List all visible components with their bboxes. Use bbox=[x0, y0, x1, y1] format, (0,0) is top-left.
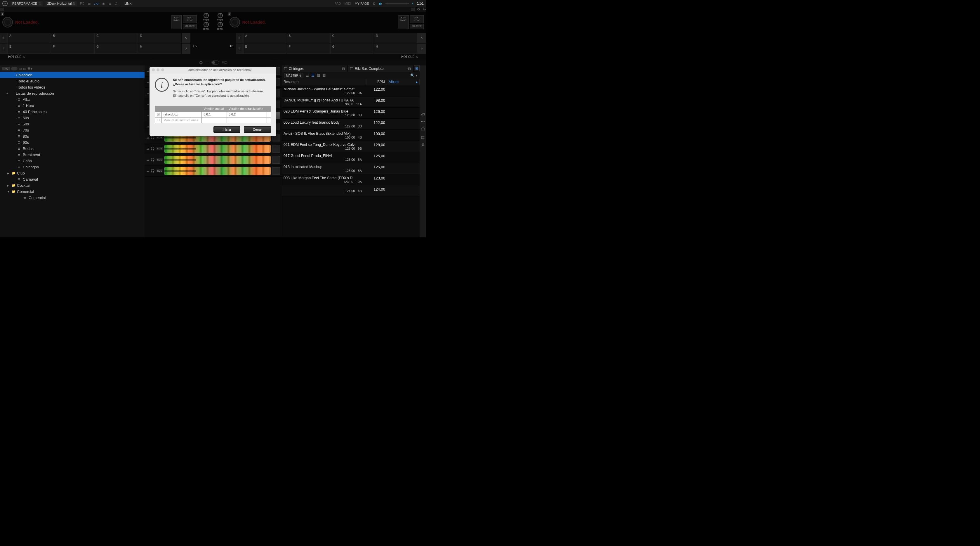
headphone-icon[interactable]: 🎧 bbox=[199, 61, 203, 64]
master-button[interactable]: MASTER bbox=[410, 24, 424, 29]
cloud-icon[interactable]: ◐ bbox=[379, 2, 382, 6]
tree-item[interactable]: ≣Breakbeat bbox=[0, 152, 145, 158]
tree-item[interactable]: ≣90s bbox=[0, 139, 145, 145]
link-button[interactable]: LINK bbox=[124, 2, 131, 5]
hotcue-select[interactable]: HOT CUE⇅ bbox=[8, 55, 25, 59]
track-row[interactable]: 124,004B 124,00 bbox=[282, 185, 420, 196]
pad-nav-icon[interactable]: < bbox=[181, 33, 190, 43]
key-sync-button[interactable]: KEY SYNC bbox=[171, 15, 181, 29]
pad[interactable]: E bbox=[243, 43, 286, 54]
mixer-icon[interactable]: ♪♪♪ bbox=[94, 2, 99, 5]
high-knob[interactable] bbox=[218, 22, 223, 27]
close-dot-icon[interactable] bbox=[152, 69, 155, 71]
headphone-icon[interactable]: 🎧 bbox=[151, 169, 155, 173]
jog-wheel-icon[interactable] bbox=[2, 17, 13, 27]
list-icon[interactable]: ▤ bbox=[421, 135, 425, 139]
pad[interactable]: A bbox=[7, 33, 51, 43]
tree-item[interactable]: ≣Carnaval bbox=[0, 176, 145, 182]
checkbox[interactable] bbox=[157, 118, 160, 122]
sampler-icon[interactable]: ⊞ bbox=[109, 2, 111, 6]
track-row[interactable]: 018 Intoxicated Mashup125,008A 125,00 bbox=[282, 163, 420, 174]
tree-item[interactable]: ≣Chiringos bbox=[0, 164, 145, 170]
master-button[interactable]: MASTER bbox=[183, 24, 197, 29]
record-icon[interactable]: ◉ bbox=[102, 2, 105, 6]
track-row[interactable]: Avicii - SOS ft. Aloe Blacc (Extended Mi… bbox=[282, 130, 420, 141]
pad[interactable]: G bbox=[330, 43, 374, 54]
tag-button[interactable]: TAG bbox=[2, 67, 10, 70]
max-dot-icon[interactable] bbox=[161, 69, 164, 71]
tree-item[interactable]: ≣70s bbox=[0, 127, 145, 133]
pad[interactable]: E bbox=[7, 43, 51, 54]
track-row[interactable]: 020 EDM Perfect Strangers_Jonas Blue126,… bbox=[282, 108, 420, 119]
track-row[interactable]: DANCE MONKEY || @Tones And I || KARA98,0… bbox=[282, 96, 420, 108]
tree-item[interactable]: ≣Comercial bbox=[0, 195, 145, 201]
pad-nav-icon[interactable]: < bbox=[417, 33, 426, 43]
grid-view-icon[interactable]: ⊞ bbox=[414, 65, 420, 71]
col-bpm[interactable]: BPM bbox=[366, 79, 387, 85]
grip-icon[interactable]: ⠿ bbox=[0, 43, 7, 54]
tab-menu-icon[interactable]: ⊟ bbox=[408, 67, 411, 71]
checkbox[interactable] bbox=[157, 113, 160, 116]
grip-icon[interactable]: ⠿ bbox=[236, 33, 243, 43]
waveform[interactable] bbox=[164, 145, 271, 153]
pad-nav-icon[interactable]: > bbox=[417, 43, 426, 54]
tree-item[interactable]: ≣60s bbox=[0, 121, 145, 127]
tree-item[interactable]: ▼Listas de reproducción bbox=[0, 90, 145, 96]
grip-icon[interactable]: ⠿ bbox=[236, 43, 243, 54]
list-icon[interactable]: ▭ bbox=[19, 67, 22, 71]
tree-item[interactable]: Todos los vídeos bbox=[0, 84, 145, 90]
pad[interactable]: A bbox=[243, 33, 286, 43]
tab-menu-icon[interactable]: ⊟ bbox=[342, 67, 345, 71]
tree-item[interactable]: ▼📁Comercial bbox=[0, 188, 145, 195]
tree-item[interactable]: ≣50s bbox=[0, 115, 145, 121]
tree-item[interactable]: ▶📁Cocktail bbox=[0, 182, 145, 188]
midi-label[interactable]: MIDI bbox=[344, 2, 351, 5]
pad[interactable]: B bbox=[287, 33, 330, 43]
close-button[interactable]: Cerrar bbox=[244, 126, 271, 133]
headphone-icon[interactable]: 🎧 bbox=[151, 147, 155, 150]
track-row[interactable]: 021 EDM Feel so Tung_Deniz Koyu vs Calvi… bbox=[282, 141, 420, 152]
fx-icon[interactable]: FX bbox=[80, 2, 84, 5]
view-list-icon[interactable]: ☰ bbox=[306, 73, 309, 77]
headphone-icon[interactable]: 🎧 bbox=[151, 136, 155, 139]
col-resumen[interactable]: Resumen bbox=[282, 79, 366, 85]
master-button[interactable]: MASTER ⇅ bbox=[284, 73, 304, 78]
pad[interactable]: C bbox=[330, 33, 374, 43]
high-knob[interactable] bbox=[204, 22, 209, 27]
pad-nav-icon[interactable]: > bbox=[181, 43, 190, 54]
view-grid-icon[interactable]: ▦ bbox=[322, 73, 326, 77]
hotcue-select[interactable]: HOT CUE⇅ bbox=[401, 55, 418, 59]
tree-item[interactable]: ▶📁Club bbox=[0, 170, 145, 176]
tree-item[interactable]: ≣Caña bbox=[0, 158, 145, 164]
toggle[interactable] bbox=[11, 67, 18, 70]
artwork[interactable] bbox=[272, 167, 280, 175]
tree-item[interactable]: Colección bbox=[0, 72, 145, 78]
pad[interactable]: H bbox=[138, 43, 181, 54]
waveform[interactable] bbox=[164, 167, 271, 175]
waveform-row[interactable]: ☁🎧 CUE bbox=[145, 143, 282, 154]
expand-left-icon[interactable]: › bbox=[0, 8, 4, 11]
mix-toggle[interactable] bbox=[212, 61, 219, 65]
start-button[interactable]: Iniciar bbox=[213, 126, 240, 133]
scissors-icon[interactable]: ✂ bbox=[423, 7, 426, 11]
info-icon[interactable]: ⓘ bbox=[421, 127, 425, 132]
track-row[interactable]: 005 Loud Luxury feat brando Body122,003B… bbox=[282, 119, 420, 130]
min-dot-icon[interactable] bbox=[156, 69, 159, 71]
waveform[interactable] bbox=[164, 156, 271, 164]
layout-select[interactable]: 2Deck Horizontal ⇅ bbox=[46, 1, 77, 6]
trim-knob[interactable] bbox=[204, 13, 209, 18]
waveform-row[interactable]: ☁🎧 CUE bbox=[145, 165, 282, 177]
pad[interactable]: F bbox=[51, 43, 94, 54]
trim-knob[interactable] bbox=[218, 13, 223, 18]
pad[interactable]: G bbox=[94, 43, 138, 54]
settings-icon[interactable]: ⚙ bbox=[372, 2, 375, 6]
pad[interactable]: B bbox=[51, 33, 94, 43]
track-row[interactable]: 008 Lika Morgan Feel The Same (EDX's D12… bbox=[282, 174, 420, 185]
grid-icon[interactable]: ▦ bbox=[88, 2, 91, 6]
tree-item[interactable]: ≣1 Hora bbox=[0, 102, 145, 109]
search-icon[interactable]: 🔍 ▾ bbox=[410, 73, 417, 77]
lighting-icon[interactable]: ⬡ bbox=[115, 2, 118, 6]
pad[interactable]: F bbox=[287, 43, 330, 54]
tab-riki-sax[interactable]: Riki Sax Completo ⊟ bbox=[348, 65, 413, 72]
view-grid-icon[interactable]: ▦ bbox=[317, 73, 320, 77]
